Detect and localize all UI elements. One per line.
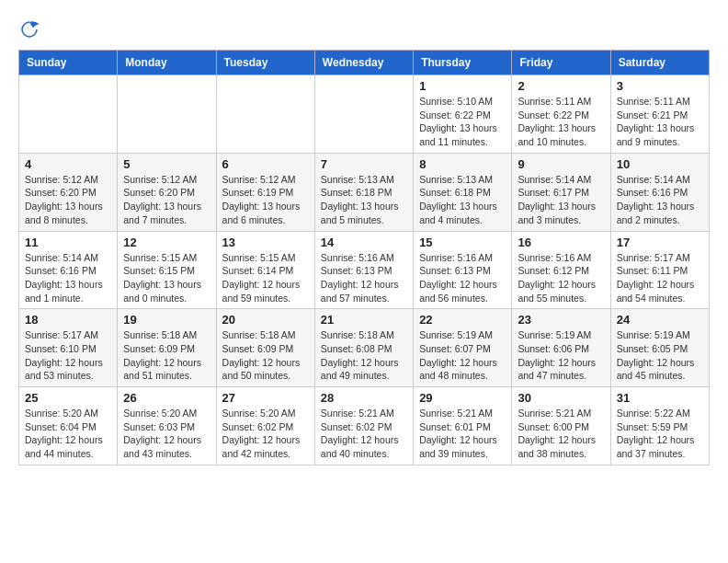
day-info: Sunrise: 5:14 AM Sunset: 6:16 PM Dayligh… — [617, 173, 703, 227]
calendar-cell: 25Sunrise: 5:20 AM Sunset: 6:04 PM Dayli… — [19, 387, 118, 465]
day-number: 29 — [419, 391, 506, 405]
day-number: 25 — [25, 391, 111, 405]
page-header — [18, 18, 710, 40]
calendar-cell: 8Sunrise: 5:13 AM Sunset: 6:18 PM Daylig… — [414, 153, 512, 231]
calendar-week-row: 11Sunrise: 5:14 AM Sunset: 6:16 PM Dayli… — [19, 231, 710, 309]
day-number: 27 — [222, 391, 309, 405]
day-info: Sunrise: 5:13 AM Sunset: 6:18 PM Dayligh… — [321, 173, 407, 227]
day-info: Sunrise: 5:19 AM Sunset: 6:07 PM Dayligh… — [419, 328, 506, 383]
day-info: Sunrise: 5:12 AM Sunset: 6:19 PM Dayligh… — [222, 173, 309, 227]
day-info: Sunrise: 5:15 AM Sunset: 6:15 PM Dayligh… — [123, 251, 210, 305]
calendar-cell: 20Sunrise: 5:18 AM Sunset: 6:09 PM Dayli… — [216, 309, 314, 387]
day-number: 23 — [518, 313, 604, 327]
day-info: Sunrise: 5:21 AM Sunset: 6:00 PM Dayligh… — [518, 407, 604, 461]
weekday-header-monday: Monday — [118, 51, 216, 75]
day-number: 5 — [123, 157, 210, 171]
weekday-header-wednesday: Wednesday — [314, 51, 413, 75]
calendar-cell: 27Sunrise: 5:20 AM Sunset: 6:02 PM Dayli… — [216, 387, 314, 465]
day-info: Sunrise: 5:11 AM Sunset: 6:22 PM Dayligh… — [518, 95, 604, 149]
calendar-cell — [216, 75, 314, 154]
calendar-cell: 24Sunrise: 5:19 AM Sunset: 6:05 PM Dayli… — [610, 309, 709, 387]
day-number: 3 — [617, 79, 703, 93]
day-number: 8 — [419, 157, 506, 171]
day-number: 14 — [321, 236, 407, 249]
weekday-header-row: SundayMondayTuesdayWednesdayThursdayFrid… — [19, 51, 710, 75]
day-info: Sunrise: 5:19 AM Sunset: 6:06 PM Dayligh… — [518, 328, 604, 383]
day-info: Sunrise: 5:18 AM Sunset: 6:08 PM Dayligh… — [321, 328, 407, 383]
day-number: 16 — [518, 236, 604, 249]
calendar-cell: 13Sunrise: 5:15 AM Sunset: 6:14 PM Dayli… — [216, 231, 314, 309]
day-number: 1 — [419, 79, 506, 93]
day-info: Sunrise: 5:12 AM Sunset: 6:20 PM Dayligh… — [25, 173, 111, 227]
day-info: Sunrise: 5:16 AM Sunset: 6:13 PM Dayligh… — [321, 251, 407, 305]
day-number: 31 — [617, 391, 703, 405]
day-number: 13 — [222, 236, 309, 249]
day-info: Sunrise: 5:16 AM Sunset: 6:12 PM Dayligh… — [518, 251, 604, 305]
day-info: Sunrise: 5:16 AM Sunset: 6:13 PM Dayligh… — [419, 251, 506, 305]
day-info: Sunrise: 5:18 AM Sunset: 6:09 PM Dayligh… — [222, 328, 309, 383]
day-number: 20 — [222, 313, 309, 327]
day-info: Sunrise: 5:17 AM Sunset: 6:10 PM Dayligh… — [25, 328, 111, 383]
calendar-cell: 29Sunrise: 5:21 AM Sunset: 6:01 PM Dayli… — [414, 387, 512, 465]
calendar-cell: 4Sunrise: 5:12 AM Sunset: 6:20 PM Daylig… — [19, 153, 118, 231]
day-number: 4 — [25, 157, 111, 171]
day-info: Sunrise: 5:13 AM Sunset: 6:18 PM Dayligh… — [419, 173, 506, 227]
weekday-header-friday: Friday — [512, 51, 610, 75]
calendar-week-row: 1Sunrise: 5:10 AM Sunset: 6:22 PM Daylig… — [19, 75, 710, 154]
calendar-cell: 11Sunrise: 5:14 AM Sunset: 6:16 PM Dayli… — [19, 231, 118, 309]
calendar-cell: 14Sunrise: 5:16 AM Sunset: 6:13 PM Dayli… — [314, 231, 413, 309]
day-info: Sunrise: 5:21 AM Sunset: 6:02 PM Dayligh… — [321, 407, 407, 461]
calendar-cell: 12Sunrise: 5:15 AM Sunset: 6:15 PM Dayli… — [118, 231, 216, 309]
calendar-cell — [19, 75, 118, 154]
day-number: 9 — [518, 157, 604, 171]
calendar-cell: 17Sunrise: 5:17 AM Sunset: 6:11 PM Dayli… — [610, 231, 709, 309]
day-number: 11 — [25, 236, 111, 249]
calendar-cell: 1Sunrise: 5:10 AM Sunset: 6:22 PM Daylig… — [414, 75, 512, 154]
day-info: Sunrise: 5:10 AM Sunset: 6:22 PM Dayligh… — [419, 95, 506, 149]
day-info: Sunrise: 5:20 AM Sunset: 6:04 PM Dayligh… — [25, 407, 111, 461]
day-info: Sunrise: 5:20 AM Sunset: 6:02 PM Dayligh… — [222, 407, 309, 461]
day-info: Sunrise: 5:14 AM Sunset: 6:16 PM Dayligh… — [25, 251, 111, 305]
day-number: 21 — [321, 313, 407, 327]
calendar-cell: 2Sunrise: 5:11 AM Sunset: 6:22 PM Daylig… — [512, 75, 610, 154]
day-info: Sunrise: 5:17 AM Sunset: 6:11 PM Dayligh… — [617, 251, 703, 305]
day-number: 7 — [321, 157, 407, 171]
calendar-cell: 22Sunrise: 5:19 AM Sunset: 6:07 PM Dayli… — [414, 309, 512, 387]
day-number: 2 — [518, 79, 604, 93]
logo — [18, 18, 44, 40]
calendar-cell: 19Sunrise: 5:18 AM Sunset: 6:09 PM Dayli… — [118, 309, 216, 387]
day-number: 26 — [123, 391, 210, 405]
day-info: Sunrise: 5:22 AM Sunset: 5:59 PM Dayligh… — [617, 407, 703, 461]
day-number: 10 — [617, 157, 703, 171]
calendar-cell: 28Sunrise: 5:21 AM Sunset: 6:02 PM Dayli… — [314, 387, 413, 465]
day-number: 15 — [419, 236, 506, 249]
weekday-header-tuesday: Tuesday — [216, 51, 314, 75]
day-info: Sunrise: 5:15 AM Sunset: 6:14 PM Dayligh… — [222, 251, 309, 305]
calendar-cell: 6Sunrise: 5:12 AM Sunset: 6:19 PM Daylig… — [216, 153, 314, 231]
calendar-cell: 10Sunrise: 5:14 AM Sunset: 6:16 PM Dayli… — [610, 153, 709, 231]
calendar-cell: 26Sunrise: 5:20 AM Sunset: 6:03 PM Dayli… — [118, 387, 216, 465]
day-info: Sunrise: 5:11 AM Sunset: 6:21 PM Dayligh… — [617, 95, 703, 149]
calendar-cell: 16Sunrise: 5:16 AM Sunset: 6:12 PM Dayli… — [512, 231, 610, 309]
calendar-cell: 31Sunrise: 5:22 AM Sunset: 5:59 PM Dayli… — [610, 387, 709, 465]
logo-bird-icon — [18, 18, 40, 40]
day-info: Sunrise: 5:18 AM Sunset: 6:09 PM Dayligh… — [123, 328, 210, 383]
day-number: 30 — [518, 391, 604, 405]
calendar-cell: 15Sunrise: 5:16 AM Sunset: 6:13 PM Dayli… — [414, 231, 512, 309]
day-number: 22 — [419, 313, 506, 327]
calendar-week-row: 25Sunrise: 5:20 AM Sunset: 6:04 PM Dayli… — [19, 387, 710, 465]
day-number: 17 — [617, 236, 703, 249]
calendar-cell: 3Sunrise: 5:11 AM Sunset: 6:21 PM Daylig… — [610, 75, 709, 154]
calendar-cell: 30Sunrise: 5:21 AM Sunset: 6:00 PM Dayli… — [512, 387, 610, 465]
day-info: Sunrise: 5:21 AM Sunset: 6:01 PM Dayligh… — [419, 407, 506, 461]
day-number: 24 — [617, 313, 703, 327]
calendar-week-row: 18Sunrise: 5:17 AM Sunset: 6:10 PM Dayli… — [19, 309, 710, 387]
day-number: 19 — [123, 313, 210, 327]
calendar-week-row: 4Sunrise: 5:12 AM Sunset: 6:20 PM Daylig… — [19, 153, 710, 231]
day-number: 6 — [222, 157, 309, 171]
calendar-cell: 7Sunrise: 5:13 AM Sunset: 6:18 PM Daylig… — [314, 153, 413, 231]
day-info: Sunrise: 5:19 AM Sunset: 6:05 PM Dayligh… — [617, 328, 703, 383]
weekday-header-thursday: Thursday — [414, 51, 512, 75]
calendar-cell — [118, 75, 216, 154]
day-info: Sunrise: 5:14 AM Sunset: 6:17 PM Dayligh… — [518, 173, 604, 227]
